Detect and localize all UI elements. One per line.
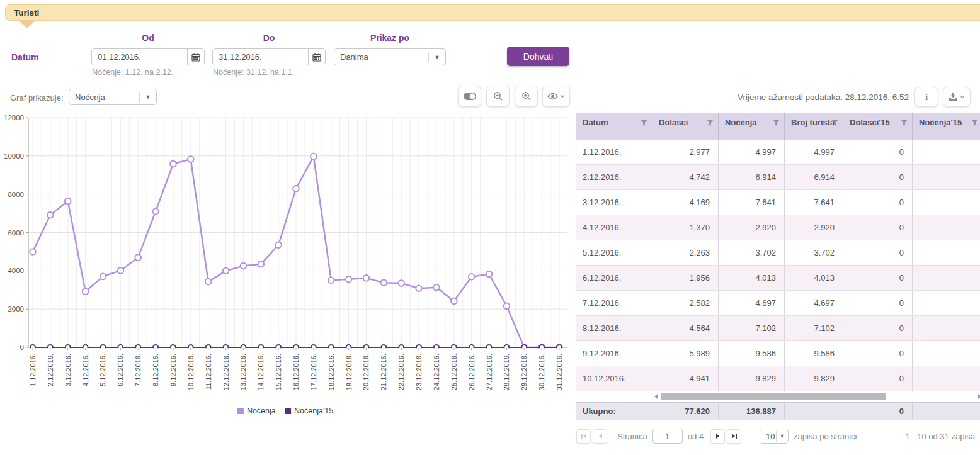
y-axis-tick-label: 0 (20, 344, 24, 351)
data-point-marker[interactable] (381, 279, 387, 286)
column-header-dolasci[interactable]: Dolasci (652, 113, 719, 140)
filter-funnel-icon[interactable] (707, 120, 714, 126)
page-number-input[interactable] (652, 429, 683, 444)
filter-funnel-icon[interactable] (773, 120, 780, 126)
data-point-marker[interactable] (188, 156, 194, 162)
column-header-no-enja[interactable]: Noćenja (719, 113, 785, 140)
y-axis-tick-label: 2000 (8, 305, 24, 313)
table-row[interactable]: 2.12.2016.4.7426.9146.9140 (576, 165, 980, 190)
table-row[interactable]: 6.12.2016.1.9564.0134.0130 (576, 266, 980, 291)
x-axis-tick-label: 11.12.2016. (205, 354, 212, 390)
info-button[interactable]: i (914, 87, 938, 107)
date-from-field[interactable]: 01.12.2016. (91, 48, 205, 65)
data-point-marker[interactable] (258, 261, 264, 267)
data-point-marker[interactable] (83, 288, 89, 295)
filter-funnel-icon[interactable] (831, 120, 838, 126)
x-axis-tick-label: 8.12.2016. (152, 354, 159, 386)
date-from-value[interactable]: 01.12.2016. (92, 52, 187, 62)
x-axis-tick-label: 31.12.2016. (556, 354, 563, 390)
data-point-marker[interactable] (504, 303, 510, 310)
filter-funnel-icon[interactable] (901, 120, 908, 126)
totals-value: 77.620 (652, 403, 719, 420)
table-row[interactable]: 10.12.2016.4.9419.8299.8290 (576, 366, 980, 391)
zoom-in-button[interactable] (515, 86, 538, 107)
data-point-marker[interactable] (135, 254, 141, 261)
column-header-label: Noćenja'15 (919, 118, 962, 127)
table-header-row: DatumDolasciNoćenjaBroj turistaDolasci'1… (576, 113, 980, 140)
previous-page-button[interactable] (593, 429, 607, 444)
data-point-marker[interactable] (293, 186, 299, 192)
data-point-marker[interactable] (328, 277, 334, 283)
data-point-marker[interactable] (47, 212, 54, 218)
data-point-marker[interactable] (469, 274, 475, 280)
column-header-no-enja-15[interactable]: Noćenja'15 (913, 113, 980, 140)
data-point-marker[interactable] (223, 268, 229, 274)
table-row[interactable]: 8.12.2016.4.5647.1027.1020 (576, 316, 980, 341)
cell-value: 4.941 (652, 366, 719, 391)
data-point-marker[interactable] (275, 242, 282, 248)
data-point-marker[interactable] (118, 267, 124, 274)
column-header-broj-turista[interactable]: Broj turista (785, 113, 843, 140)
cell-value (913, 291, 980, 315)
hscroll-left-arrow-icon[interactable] (654, 394, 658, 399)
data-point-marker[interactable] (152, 208, 159, 215)
table-row[interactable]: 7.12.2016.2.5824.6974.6970 (576, 291, 980, 316)
table-row[interactable]: 3.12.2016.4.1697.6417.6410 (576, 190, 980, 215)
date-to-value[interactable]: 31.12.2016. (213, 52, 308, 62)
cell-value: 0 (843, 316, 913, 340)
x-axis-tick-label: 2.12.2016. (47, 354, 54, 386)
hscrollbar-track[interactable] (652, 391, 980, 402)
data-point-marker[interactable] (433, 284, 440, 291)
column-header-datum[interactable]: Datum (576, 113, 652, 140)
cell-value: 4.564 (652, 316, 719, 340)
legend-label[interactable]: Noćenja (247, 407, 276, 415)
date-to-calendar-button[interactable] (308, 49, 325, 65)
data-point-marker[interactable] (451, 298, 457, 305)
data-point-marker[interactable] (363, 275, 370, 281)
data-point-marker[interactable] (170, 161, 176, 167)
data-point-marker[interactable] (30, 249, 36, 255)
data-point-marker[interactable] (346, 276, 352, 283)
graf-prikazuje-select[interactable]: Noćenja ▼ (69, 89, 157, 105)
hscrollbar-thumb[interactable] (661, 393, 886, 400)
x-axis-tick-label: 9.12.2016. (169, 354, 177, 386)
chart-toggle-button[interactable] (458, 86, 481, 107)
date-from-calendar-button[interactable] (187, 49, 204, 65)
zoom-out-button[interactable] (486, 86, 510, 107)
download-icon (949, 93, 958, 101)
totals-label: Ukupno: (576, 403, 652, 420)
cell-value: 4.997 (719, 140, 785, 164)
data-point-marker[interactable] (205, 279, 212, 285)
data-point-marker[interactable] (100, 274, 106, 280)
dohvati-button[interactable]: Dohvati (507, 47, 569, 66)
filter-funnel-icon[interactable] (641, 120, 647, 126)
data-point-marker[interactable] (65, 198, 71, 205)
table-row[interactable]: 4.12.2016.1.3702.9202.9200 (576, 215, 980, 240)
next-page-button[interactable] (710, 429, 725, 444)
cell-value: 3.702 (719, 240, 785, 265)
data-point-marker[interactable] (398, 280, 404, 286)
last-page-button[interactable] (727, 429, 741, 444)
table-row[interactable]: 1.12.2016.2.9774.9974.9970 (576, 140, 980, 165)
table-row[interactable]: 5.12.2016.2.2633.7023.7020 (576, 240, 980, 266)
prikaz-po-select[interactable]: Danima ▼ (334, 48, 446, 65)
export-download-button[interactable] (943, 87, 971, 107)
x-axis-tick-label: 26.12.2016. (468, 354, 476, 390)
data-point-marker[interactable] (311, 154, 317, 160)
data-point-marker[interactable] (486, 271, 493, 278)
data-point-marker[interactable] (416, 286, 422, 292)
legend-label[interactable]: Noćenja'15 (294, 407, 333, 415)
chart-visibility-menu-button[interactable] (542, 86, 570, 107)
data-point-marker[interactable] (241, 263, 247, 269)
column-header-dolasci-15[interactable]: Dolasci'15 (843, 113, 913, 140)
page-size-select[interactable]: 10 ▼ (760, 429, 789, 444)
table-row[interactable]: 9.12.2016.5.9899.5869.5860 (576, 341, 980, 366)
date-to-field[interactable]: 31.12.2016. (212, 48, 326, 65)
eye-icon (547, 93, 558, 100)
filter-funnel-icon[interactable] (971, 120, 978, 126)
x-axis-tick-label: 1.12.2016. (29, 354, 37, 386)
legend-swatch (237, 408, 244, 414)
line-chart[interactable]: 0200040006000800010000120001.12.2016.2.1… (0, 115, 573, 424)
first-page-button[interactable] (576, 429, 591, 444)
section-tab-turisti[interactable]: Turisti (5, 4, 980, 21)
